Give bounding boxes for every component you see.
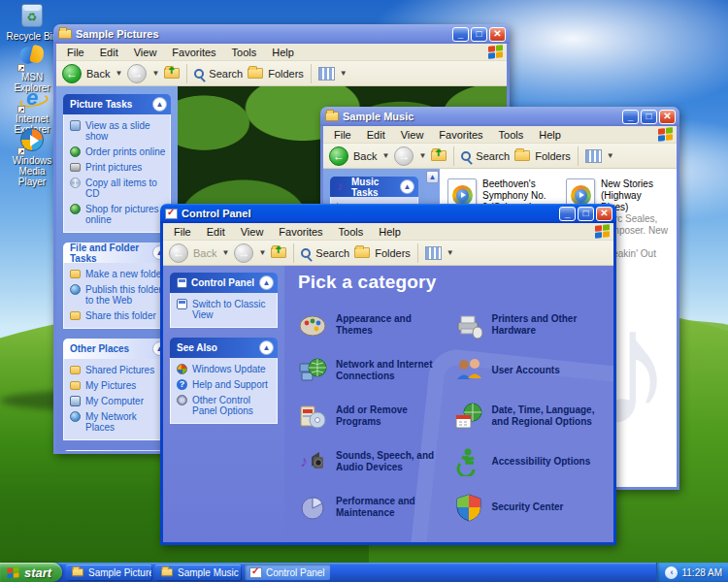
minimize-button[interactable]: _ [559,207,576,221]
close-button[interactable]: ✕ [489,27,506,42]
menu-file[interactable]: File [60,46,91,59]
menu-favorites[interactable]: Favorites [432,128,489,142]
task-copy-to-cd[interactable]: Copy all items to CD [70,178,166,199]
menu-view[interactable]: View [127,46,164,59]
taskbar-button-sample-music[interactable]: Sample Music [155,565,241,580]
panel-title: File and Folder Tasks [70,242,149,264]
chevron-up-icon[interactable]: ▲ [259,340,274,355]
titlebar[interactable]: Control Panel _ □ ✕ [160,204,616,223]
menu-favorites[interactable]: Favorites [272,225,329,239]
forward-dropdown[interactable]: ▼ [151,69,159,78]
help-support-link[interactable]: ?Help and Support [177,379,273,390]
views-dropdown[interactable]: ▼ [607,151,614,160]
menu-favorites[interactable]: Favorites [165,46,222,59]
menu-help[interactable]: Help [372,225,408,239]
views-icon[interactable] [585,149,602,163]
close-button[interactable]: ✕ [596,207,612,221]
taskbar-clock[interactable]: 11:28 AM [681,567,722,578]
place-shared-pictures[interactable]: Shared Pictures [70,365,166,375]
place-my-network[interactable]: My Network Places [70,411,166,433]
up-button[interactable] [271,247,286,258]
windows-update-link[interactable]: Windows Update [177,364,273,374]
back-dropdown[interactable]: ▼ [115,69,122,78]
other-cp-options-link[interactable]: Other Control Panel Options [177,395,273,416]
maximize-button[interactable]: □ [578,207,594,221]
minimize-button[interactable]: _ [622,110,639,124]
menu-help[interactable]: Help [532,128,568,142]
task-publish-web[interactable]: Publish this folder to the Web [70,284,166,306]
category-sounds-audio[interactable]: ♪ Sounds, Speech, and Audio Devices [298,447,445,476]
hide-icons-chevron[interactable]: ‹ [665,566,678,579]
forward-button[interactable]: → [394,146,414,166]
chevron-up-icon[interactable]: ▲ [400,179,414,194]
menu-tools[interactable]: Tools [225,46,264,59]
place-my-pictures[interactable]: My Pictures [70,380,166,391]
menu-file[interactable]: File [327,128,358,142]
accessibility-icon [454,447,483,476]
category-printers-hardware[interactable]: Printers and Other Hardware [454,310,601,340]
search-button[interactable]: Search [209,68,243,80]
menu-file[interactable]: File [167,225,198,239]
category-add-remove-programs[interactable]: Add or Remove Programs [298,402,445,431]
folders-icon [354,247,370,258]
maximize-button[interactable]: □ [471,27,487,42]
category-security-center[interactable]: Security Center [454,493,601,522]
titlebar[interactable]: Sample Music _ □ ✕ [320,107,679,126]
chevron-up-icon[interactable]: ▲ [259,275,274,290]
back-label[interactable]: Back [86,68,110,80]
back-dropdown[interactable]: ▼ [381,151,389,160]
close-button[interactable]: ✕ [659,110,676,124]
desktop-icon-recycle-bin[interactable]: Recycle Bin [4,4,60,42]
printer-icon [70,163,81,172]
menu-tools[interactable]: Tools [332,225,371,239]
taskbar-button-sample-pictures[interactable]: Sample Pictures [66,565,151,580]
task-print-pictures[interactable]: Print pictures [70,162,166,173]
category-network-internet[interactable]: Network and Internet Connections [298,356,445,385]
category-user-accounts[interactable]: User Accounts [454,356,601,385]
scroll-up-button[interactable]: ▲ [426,171,439,183]
chevron-up-icon[interactable]: ▲ [152,97,167,112]
folders-button[interactable]: Folders [535,150,571,162]
views-dropdown[interactable]: ▼ [447,248,454,257]
place-my-computer[interactable]: My Computer [70,396,166,406]
maximize-button[interactable]: □ [641,110,657,124]
category-accessibility[interactable]: Accessibility Options [454,447,601,476]
minimize-button[interactable]: _ [452,27,469,42]
back-label[interactable]: Back [353,150,377,162]
back-button[interactable]: ← [329,146,348,166]
up-button[interactable] [164,68,180,79]
desktop[interactable]: Recycle Bin ↗ MSN Explorer e↗ Internet E… [0,0,728,582]
task-share-folder[interactable]: Share this folder [70,310,166,321]
search-button[interactable]: Search [315,247,349,259]
users-icon [454,356,483,385]
menu-edit[interactable]: Edit [360,128,392,142]
views-icon[interactable] [425,246,442,260]
back-button[interactable]: ← [62,64,82,83]
search-button[interactable]: Search [476,150,510,162]
task-new-folder[interactable]: Make a new folder [70,269,166,279]
start-button[interactable]: start [0,563,62,582]
folders-button[interactable]: Folders [375,247,411,259]
menu-edit[interactable]: Edit [200,225,232,239]
views-icon[interactable] [318,67,335,81]
titlebar[interactable]: Sample Pictures _ □ ✕ [53,24,510,44]
taskbar-button-control-panel[interactable]: Control Panel [245,565,330,580]
forward-button[interactable]: → [127,64,147,83]
folders-button[interactable]: Folders [268,68,304,80]
menu-tools[interactable]: Tools [492,128,531,142]
category-appearance-themes[interactable]: Appearance and Themes [298,310,445,340]
task-order-prints[interactable]: Order prints online [70,146,166,157]
up-button[interactable] [431,150,447,161]
category-date-time-language[interactable]: Date, Time, Language, and Regional Optio… [454,402,601,431]
task-shop-online[interactable]: Shop for pictures online [70,204,166,225]
forward-dropdown[interactable]: ▼ [418,151,426,160]
category-performance-maintenance[interactable]: Performance and Maintenance [298,493,445,522]
switch-classic-view[interactable]: Switch to Classic View [177,299,273,320]
views-dropdown[interactable]: ▼ [340,69,347,78]
menu-view[interactable]: View [234,225,271,239]
menu-help[interactable]: Help [265,46,301,59]
menu-view[interactable]: View [394,128,431,142]
task-view-slideshow[interactable]: View as a slide show [70,120,166,142]
menu-edit[interactable]: Edit [93,46,125,59]
desktop-icon-windows-media-player[interactable]: ↗ Windows Media Player [4,128,60,187]
